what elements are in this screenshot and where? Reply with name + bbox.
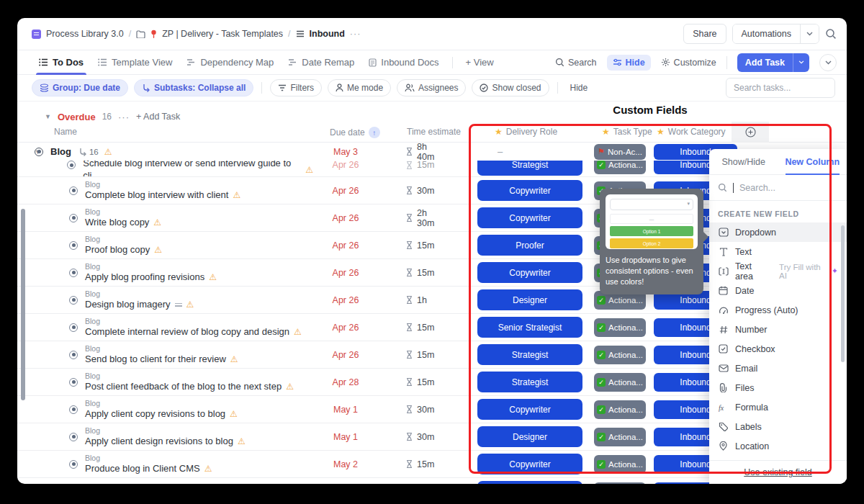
task-name[interactable]: Post client feedback of the blog to the … <box>85 381 282 392</box>
field-type-dropdown[interactable]: Dropdown <box>709 222 847 242</box>
task-status-icon[interactable] <box>69 433 78 441</box>
collapse-toolbar-button[interactable] <box>819 54 837 71</box>
task-type-badge[interactable]: ✓Actiona... <box>594 318 646 337</box>
task-name[interactable]: Apply blog proofing revisions <box>85 271 204 283</box>
task-name[interactable]: Blog <box>50 146 71 157</box>
task-name[interactable]: Send blog to client for their review <box>85 354 226 365</box>
task-type-badge[interactable]: ✓Actiona... <box>594 373 646 392</box>
task-status-icon[interactable] <box>35 148 43 156</box>
time-estimate[interactable]: 15m <box>378 459 446 469</box>
breadcrumb-more-button[interactable]: ··· <box>350 29 361 39</box>
task-type-badge[interactable]: ⚑Non-Ac... <box>594 144 646 160</box>
task-type-badge[interactable]: ✓Actiona... <box>594 455 646 474</box>
task-name[interactable]: Write blog copy <box>85 217 149 228</box>
task-status-icon[interactable] <box>69 296 78 305</box>
customize-button[interactable]: Customize <box>661 58 716 68</box>
task-type-badge[interactable]: ✓Actiona... <box>594 400 646 419</box>
breadcrumb-folder[interactable]: ZP | Delivery - Task Templates <box>162 29 283 39</box>
task-type-badge[interactable]: ✓Actiona... <box>594 428 646 446</box>
task-status-icon[interactable] <box>69 186 78 195</box>
field-type-location[interactable]: Location <box>709 436 847 456</box>
delivery-role-badge[interactable]: Strategist <box>477 344 582 365</box>
hide-fields-button[interactable]: Hide <box>607 55 651 71</box>
task-status-icon[interactable] <box>69 378 78 387</box>
task-name[interactable]: Complete internal review of blog copy an… <box>85 326 289 338</box>
window-scrollbar[interactable] <box>21 209 25 400</box>
field-type-text-area[interactable]: Text areaTry Fill with AI✦ <box>709 261 847 281</box>
task-status-icon[interactable] <box>69 241 78 250</box>
chevron-down-icon[interactable] <box>800 24 819 43</box>
due-date[interactable]: Apr 26 <box>313 323 378 333</box>
tab-dependency-map[interactable]: Dependency Map <box>179 50 281 74</box>
breadcrumb-list[interactable]: Inbound <box>310 29 345 39</box>
group-more-button[interactable]: ··· <box>118 112 130 122</box>
automations-button[interactable]: Automations <box>732 24 819 44</box>
time-estimate[interactable]: 8h 40m <box>378 142 446 162</box>
subtask-count[interactable]: 16 <box>78 148 99 156</box>
task-type-badge[interactable]: ✓ <box>594 482 646 485</box>
time-estimate[interactable]: 15m <box>378 323 446 333</box>
due-date[interactable]: Apr 26 <box>313 186 378 196</box>
field-type-labels[interactable]: Labels <box>709 417 847 436</box>
column-header-work-category[interactable]: ★Work Category <box>657 127 726 137</box>
field-type-email[interactable]: Email <box>709 359 847 378</box>
task-name[interactable]: Schedule blog interview or send intervie… <box>83 161 301 177</box>
due-date[interactable]: Apr 26 <box>313 295 378 305</box>
delivery-role-badge[interactable]: Strategist <box>477 372 582 392</box>
group-add-task-button[interactable]: + Add Task <box>136 112 180 122</box>
delivery-role-badge[interactable]: Proofer <box>477 235 582 256</box>
tab-date-remap[interactable]: Date Remap <box>281 50 361 74</box>
due-date[interactable]: Apr 26 <box>313 161 378 170</box>
due-date[interactable]: Apr 26 <box>313 268 378 278</box>
due-date[interactable]: May 3 <box>313 147 378 157</box>
field-type-formula[interactable]: fxFormula <box>709 397 847 417</box>
time-estimate[interactable]: 30m <box>378 432 446 442</box>
task-status-icon[interactable] <box>69 405 78 414</box>
filter-pill-assignees[interactable]: Assignees <box>397 79 466 96</box>
add-task-button[interactable]: Add Task <box>737 53 809 72</box>
field-type-files[interactable]: Files <box>709 378 847 397</box>
time-estimate[interactable]: 1h <box>378 295 446 305</box>
column-header-name[interactable]: Name <box>54 127 77 137</box>
chevron-down-icon[interactable] <box>793 53 809 72</box>
delivery-role-badge[interactable]: Designer <box>477 426 582 447</box>
task-name[interactable]: Apply client copy revisions to blog <box>85 408 225 420</box>
filter-pill-filters[interactable]: Filters <box>270 79 322 96</box>
sort-ascending-icon[interactable]: ↑ <box>369 127 380 138</box>
due-date[interactable]: May 2 <box>313 459 378 469</box>
column-header-delivery-role[interactable]: ★Delivery Role <box>495 127 557 137</box>
task-status-icon[interactable] <box>69 269 78 277</box>
tab-new-column[interactable]: New Column <box>778 149 847 174</box>
delivery-role-badge[interactable]: Strategist <box>477 161 582 176</box>
task-name[interactable]: Apply client design revisions to blog <box>85 436 233 447</box>
task-status-icon[interactable] <box>69 460 78 469</box>
hide-filters-button[interactable]: Hide <box>570 83 588 93</box>
delivery-role-badge[interactable]: Copywriter <box>477 399 582 420</box>
due-date[interactable]: Apr 26 <box>313 240 378 251</box>
column-header-task-type[interactable]: ★Task Type <box>602 127 652 137</box>
task-status-icon[interactable] <box>69 214 78 222</box>
tab-inbound-docs[interactable]: Inbound Docs <box>361 50 446 74</box>
delivery-role-badge[interactable]: Senior Strategist <box>477 317 582 338</box>
add-column-button[interactable] <box>732 122 769 143</box>
time-estimate[interactable]: 30m <box>378 405 446 415</box>
empty-value[interactable]: – <box>477 146 582 157</box>
delivery-role-badge[interactable]: Copywriter <box>477 180 582 201</box>
panel-search-input[interactable]: Search... <box>709 175 847 201</box>
filter-pill-group-due-date[interactable]: Group: Due date <box>32 79 128 96</box>
filter-pill-subtasks-collapse-all[interactable]: Subtasks: Collapse all <box>134 79 253 96</box>
time-estimate[interactable]: 15m <box>378 268 446 278</box>
delivery-role-badge[interactable]: Designer <box>477 289 582 310</box>
panel-scrollbar[interactable] <box>841 225 845 362</box>
field-type-checkbox[interactable]: Checkbox <box>709 339 847 359</box>
task-status-icon[interactable] <box>67 161 76 169</box>
search-icon[interactable] <box>825 28 837 40</box>
delivery-role-badge[interactable] <box>477 481 582 484</box>
field-type-progress-auto-[interactable]: Progress (Auto) <box>709 300 847 320</box>
tab-show-hide[interactable]: Show/Hide <box>709 149 778 174</box>
breadcrumb-space[interactable]: Process Library 3.0 <box>46 29 124 39</box>
task-name[interactable]: Proof blog copy <box>85 244 150 256</box>
filter-pill-me-mode[interactable]: Me mode <box>328 79 391 96</box>
task-type-badge[interactable]: ✓Actiona... <box>594 161 646 174</box>
view-search-button[interactable]: Search <box>555 58 597 68</box>
